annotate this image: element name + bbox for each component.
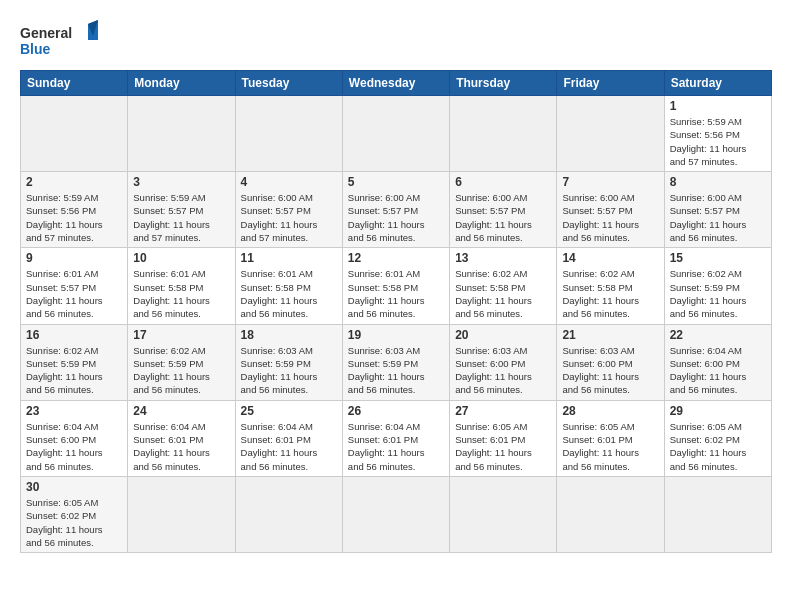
calendar-cell: 2Sunrise: 5:59 AM Sunset: 5:56 PM Daylig…: [21, 172, 128, 248]
calendar-cell: 24Sunrise: 6:04 AM Sunset: 6:01 PM Dayli…: [128, 400, 235, 476]
calendar-cell: 25Sunrise: 6:04 AM Sunset: 6:01 PM Dayli…: [235, 400, 342, 476]
day-number: 17: [133, 328, 229, 342]
calendar-cell: 28Sunrise: 6:05 AM Sunset: 6:01 PM Dayli…: [557, 400, 664, 476]
calendar-cell: 13Sunrise: 6:02 AM Sunset: 5:58 PM Dayli…: [450, 248, 557, 324]
weekday-friday: Friday: [557, 71, 664, 96]
calendar-week-5: 23Sunrise: 6:04 AM Sunset: 6:00 PM Dayli…: [21, 400, 772, 476]
day-number: 3: [133, 175, 229, 189]
day-info: Sunrise: 6:00 AM Sunset: 5:57 PM Dayligh…: [455, 191, 551, 244]
calendar-week-2: 2Sunrise: 5:59 AM Sunset: 5:56 PM Daylig…: [21, 172, 772, 248]
calendar-cell: [450, 476, 557, 552]
calendar-cell: 12Sunrise: 6:01 AM Sunset: 5:58 PM Dayli…: [342, 248, 449, 324]
weekday-monday: Monday: [128, 71, 235, 96]
calendar-cell: 15Sunrise: 6:02 AM Sunset: 5:59 PM Dayli…: [664, 248, 771, 324]
day-number: 16: [26, 328, 122, 342]
day-info: Sunrise: 6:04 AM Sunset: 6:01 PM Dayligh…: [133, 420, 229, 473]
day-number: 28: [562, 404, 658, 418]
weekday-saturday: Saturday: [664, 71, 771, 96]
day-info: Sunrise: 6:01 AM Sunset: 5:58 PM Dayligh…: [241, 267, 337, 320]
day-number: 10: [133, 251, 229, 265]
calendar-week-6: 30Sunrise: 6:05 AM Sunset: 6:02 PM Dayli…: [21, 476, 772, 552]
day-number: 6: [455, 175, 551, 189]
day-info: Sunrise: 6:04 AM Sunset: 6:01 PM Dayligh…: [241, 420, 337, 473]
page-header: General Blue: [20, 20, 772, 60]
day-number: 1: [670, 99, 766, 113]
day-info: Sunrise: 6:00 AM Sunset: 5:57 PM Dayligh…: [670, 191, 766, 244]
weekday-header-row: SundayMondayTuesdayWednesdayThursdayFrid…: [21, 71, 772, 96]
day-info: Sunrise: 6:05 AM Sunset: 6:01 PM Dayligh…: [455, 420, 551, 473]
calendar-week-4: 16Sunrise: 6:02 AM Sunset: 5:59 PM Dayli…: [21, 324, 772, 400]
calendar-cell: [235, 476, 342, 552]
day-info: Sunrise: 6:04 AM Sunset: 6:00 PM Dayligh…: [26, 420, 122, 473]
calendar-cell: 19Sunrise: 6:03 AM Sunset: 5:59 PM Dayli…: [342, 324, 449, 400]
calendar-cell: [450, 96, 557, 172]
weekday-wednesday: Wednesday: [342, 71, 449, 96]
svg-text:General: General: [20, 25, 72, 41]
day-number: 15: [670, 251, 766, 265]
day-number: 23: [26, 404, 122, 418]
logo: General Blue: [20, 20, 100, 60]
calendar-cell: 22Sunrise: 6:04 AM Sunset: 6:00 PM Dayli…: [664, 324, 771, 400]
day-info: Sunrise: 5:59 AM Sunset: 5:56 PM Dayligh…: [26, 191, 122, 244]
calendar-cell: 17Sunrise: 6:02 AM Sunset: 5:59 PM Dayli…: [128, 324, 235, 400]
day-info: Sunrise: 6:01 AM Sunset: 5:57 PM Dayligh…: [26, 267, 122, 320]
calendar-cell: [342, 476, 449, 552]
calendar-cell: 5Sunrise: 6:00 AM Sunset: 5:57 PM Daylig…: [342, 172, 449, 248]
calendar-week-1: 1Sunrise: 5:59 AM Sunset: 5:56 PM Daylig…: [21, 96, 772, 172]
day-info: Sunrise: 6:04 AM Sunset: 6:01 PM Dayligh…: [348, 420, 444, 473]
day-info: Sunrise: 6:03 AM Sunset: 5:59 PM Dayligh…: [348, 344, 444, 397]
calendar-week-3: 9Sunrise: 6:01 AM Sunset: 5:57 PM Daylig…: [21, 248, 772, 324]
day-info: Sunrise: 6:02 AM Sunset: 5:59 PM Dayligh…: [670, 267, 766, 320]
day-info: Sunrise: 6:00 AM Sunset: 5:57 PM Dayligh…: [562, 191, 658, 244]
day-number: 13: [455, 251, 551, 265]
calendar-cell: [21, 96, 128, 172]
day-info: Sunrise: 6:03 AM Sunset: 6:00 PM Dayligh…: [455, 344, 551, 397]
calendar-cell: [664, 476, 771, 552]
day-number: 22: [670, 328, 766, 342]
day-number: 4: [241, 175, 337, 189]
calendar-cell: 27Sunrise: 6:05 AM Sunset: 6:01 PM Dayli…: [450, 400, 557, 476]
day-info: Sunrise: 6:05 AM Sunset: 6:01 PM Dayligh…: [562, 420, 658, 473]
day-info: Sunrise: 6:02 AM Sunset: 5:58 PM Dayligh…: [562, 267, 658, 320]
logo-svg: General Blue: [20, 20, 100, 60]
calendar-cell: 23Sunrise: 6:04 AM Sunset: 6:00 PM Dayli…: [21, 400, 128, 476]
day-number: 19: [348, 328, 444, 342]
day-info: Sunrise: 6:03 AM Sunset: 6:00 PM Dayligh…: [562, 344, 658, 397]
day-number: 30: [26, 480, 122, 494]
svg-text:Blue: Blue: [20, 41, 51, 57]
day-info: Sunrise: 6:00 AM Sunset: 5:57 PM Dayligh…: [348, 191, 444, 244]
day-number: 12: [348, 251, 444, 265]
day-number: 21: [562, 328, 658, 342]
day-info: Sunrise: 6:02 AM Sunset: 5:59 PM Dayligh…: [26, 344, 122, 397]
day-number: 20: [455, 328, 551, 342]
calendar-cell: 20Sunrise: 6:03 AM Sunset: 6:00 PM Dayli…: [450, 324, 557, 400]
day-number: 25: [241, 404, 337, 418]
weekday-sunday: Sunday: [21, 71, 128, 96]
calendar-body: 1Sunrise: 5:59 AM Sunset: 5:56 PM Daylig…: [21, 96, 772, 553]
calendar-cell: [557, 96, 664, 172]
day-number: 26: [348, 404, 444, 418]
day-info: Sunrise: 6:02 AM Sunset: 5:58 PM Dayligh…: [455, 267, 551, 320]
calendar-cell: 21Sunrise: 6:03 AM Sunset: 6:00 PM Dayli…: [557, 324, 664, 400]
calendar-cell: 7Sunrise: 6:00 AM Sunset: 5:57 PM Daylig…: [557, 172, 664, 248]
calendar-cell: [128, 476, 235, 552]
day-info: Sunrise: 6:05 AM Sunset: 6:02 PM Dayligh…: [26, 496, 122, 549]
day-number: 5: [348, 175, 444, 189]
calendar-cell: 30Sunrise: 6:05 AM Sunset: 6:02 PM Dayli…: [21, 476, 128, 552]
day-info: Sunrise: 6:04 AM Sunset: 6:00 PM Dayligh…: [670, 344, 766, 397]
calendar-cell: 11Sunrise: 6:01 AM Sunset: 5:58 PM Dayli…: [235, 248, 342, 324]
day-number: 9: [26, 251, 122, 265]
calendar-cell: 14Sunrise: 6:02 AM Sunset: 5:58 PM Dayli…: [557, 248, 664, 324]
calendar-cell: 4Sunrise: 6:00 AM Sunset: 5:57 PM Daylig…: [235, 172, 342, 248]
day-number: 7: [562, 175, 658, 189]
calendar-cell: 3Sunrise: 5:59 AM Sunset: 5:57 PM Daylig…: [128, 172, 235, 248]
weekday-tuesday: Tuesday: [235, 71, 342, 96]
calendar-cell: 10Sunrise: 6:01 AM Sunset: 5:58 PM Dayli…: [128, 248, 235, 324]
calendar-cell: [342, 96, 449, 172]
calendar-cell: 29Sunrise: 6:05 AM Sunset: 6:02 PM Dayli…: [664, 400, 771, 476]
day-info: Sunrise: 5:59 AM Sunset: 5:57 PM Dayligh…: [133, 191, 229, 244]
calendar-cell: 16Sunrise: 6:02 AM Sunset: 5:59 PM Dayli…: [21, 324, 128, 400]
day-number: 8: [670, 175, 766, 189]
day-info: Sunrise: 5:59 AM Sunset: 5:56 PM Dayligh…: [670, 115, 766, 168]
day-number: 14: [562, 251, 658, 265]
